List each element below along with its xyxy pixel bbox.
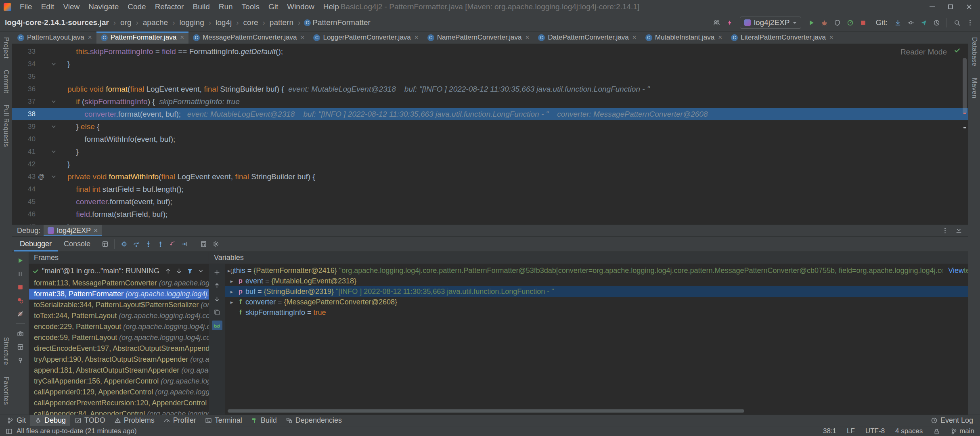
run-configuration-select[interactable]: log4j2EXP bbox=[740, 17, 802, 29]
menu-item-help[interactable]: Help bbox=[319, 1, 343, 13]
editor-gutter[interactable]: 44 bbox=[12, 183, 59, 195]
breadcrumb-item[interactable]: PatternFormatter bbox=[312, 18, 371, 27]
profiler-run-icon[interactable] bbox=[844, 17, 856, 29]
code-line-45[interactable]: 45 converter.format(event, buf); bbox=[12, 195, 968, 208]
menu-item-build[interactable]: Build bbox=[188, 1, 214, 13]
thread-dump-icon[interactable] bbox=[15, 329, 26, 338]
editor-gutter[interactable]: 38 bbox=[12, 108, 59, 120]
update-project-icon[interactable] bbox=[892, 17, 904, 29]
tool-stripe-structure[interactable]: Structure bbox=[2, 337, 10, 365]
expand-chevron-icon[interactable]: ▸ bbox=[228, 278, 236, 284]
stop-icon[interactable] bbox=[15, 283, 26, 291]
fold-marker-icon[interactable] bbox=[47, 120, 59, 133]
move-down-icon[interactable] bbox=[212, 294, 222, 304]
reader-mode-label[interactable]: Reader Mode bbox=[900, 48, 947, 57]
menu-item-refactor[interactable]: Refactor bbox=[151, 1, 188, 13]
editor-scrollbar[interactable] bbox=[963, 58, 967, 114]
search-icon[interactable] bbox=[951, 17, 963, 29]
caret-position[interactable]: 38:1 bbox=[823, 427, 836, 435]
users-icon[interactable] bbox=[711, 17, 723, 29]
git-branch-widget[interactable]: main bbox=[951, 427, 974, 435]
toolwindow-button-terminal[interactable]: Terminal bbox=[201, 415, 247, 426]
toolwindow-button-debug[interactable]: Debug bbox=[30, 415, 70, 426]
code-line-40[interactable]: 40 formatWithInfo(event, buf); bbox=[12, 133, 968, 145]
drop-frame-icon[interactable] bbox=[166, 238, 178, 250]
copy-icon[interactable] bbox=[212, 307, 222, 317]
tool-stripe-project[interactable]: Project bbox=[2, 37, 10, 59]
expand-chevron-icon[interactable]: ▸ bbox=[228, 289, 236, 295]
editor-tab[interactable]: CMessagePatternConverter.java× bbox=[188, 31, 309, 44]
fold-marker-icon[interactable] bbox=[47, 95, 59, 108]
editor-tab[interactable]: CNamePatternConverter.java× bbox=[423, 31, 534, 44]
menu-item-git[interactable]: Git bbox=[264, 1, 283, 13]
editor-gutter[interactable]: 46 bbox=[12, 208, 59, 220]
editor-gutter[interactable]: 41 bbox=[12, 145, 59, 158]
code-line-37[interactable]: 37 if (skipFormattingInfo) { skipFormatt… bbox=[12, 95, 968, 108]
variable-row-event[interactable]: ▸pevent = {MutableLogEvent@2318} bbox=[225, 276, 968, 286]
step-out-icon[interactable] bbox=[154, 238, 166, 250]
editor-tab[interactable]: CMutableInstant.java× bbox=[641, 31, 727, 44]
frame-row[interactable]: callAppenderPreventRecursion:120, Append… bbox=[29, 398, 209, 409]
editor-tab[interactable]: CPatternFormatter.java× bbox=[96, 31, 188, 44]
step-over-icon[interactable] bbox=[130, 238, 142, 250]
frame-row[interactable]: format:113, MessagePatternConverter (org… bbox=[29, 278, 209, 289]
editor-gutter[interactable]: 36 bbox=[12, 83, 59, 95]
editor-gutter[interactable]: 34 bbox=[12, 58, 59, 70]
breadcrumb-item[interactable]: core bbox=[243, 18, 259, 27]
file-encoding[interactable]: UTF-8 bbox=[865, 427, 885, 435]
close-button[interactable] bbox=[960, 0, 978, 14]
previous-frame-icon[interactable] bbox=[163, 266, 173, 276]
history-icon[interactable] bbox=[930, 17, 942, 29]
code-line-44[interactable]: 44 final int startField = buf.length(); bbox=[12, 183, 968, 195]
minimize-button[interactable] bbox=[923, 0, 941, 14]
tool-stripe-favorites[interactable]: Favorites bbox=[2, 377, 10, 405]
variables-horizontal-scrollbar[interactable] bbox=[228, 409, 744, 413]
editor-tab[interactable]: CPatternLayout.java× bbox=[13, 31, 96, 44]
menu-item-navigate[interactable]: Navigate bbox=[84, 1, 123, 13]
close-tab-icon[interactable]: × bbox=[632, 34, 637, 42]
line-separator[interactable]: LF bbox=[847, 427, 855, 435]
editor-tab[interactable]: CDatePatternConverter.java× bbox=[534, 31, 641, 44]
menu-item-code[interactable]: Code bbox=[123, 1, 150, 13]
code-line-39[interactable]: 39 } else { bbox=[12, 120, 968, 133]
code-editor[interactable]: 33 this.skipFormattingInfo = field == Fo… bbox=[12, 44, 968, 224]
stop-icon[interactable] bbox=[857, 17, 869, 29]
tool-stripe-commit[interactable]: Commit bbox=[2, 70, 10, 93]
variable-row-buf[interactable]: ▸pbuf = {StringBuilder@2319} "[INFO ] 20… bbox=[225, 286, 968, 297]
debug-bug-icon[interactable] bbox=[818, 17, 830, 29]
editor-gutter[interactable]: 35 bbox=[12, 70, 59, 83]
variable-row-converter[interactable]: ▸fconverter = {MessagePatternConverter@2… bbox=[225, 297, 968, 307]
frame-row[interactable]: callAppender0:129, AppenderControl (org.… bbox=[29, 387, 209, 398]
mute-breakpoints-icon[interactable] bbox=[15, 309, 26, 318]
settings-icon[interactable] bbox=[209, 238, 222, 250]
filter-icon[interactable] bbox=[185, 266, 195, 276]
tool-stripe-database[interactable]: Database bbox=[971, 37, 978, 67]
tool-stripe-maven[interactable]: Maven bbox=[971, 78, 978, 99]
frame-row[interactable]: callAppender:84, AppenderControl (org.ap… bbox=[29, 409, 209, 415]
toolwindow-button-todo[interactable]: TODO bbox=[70, 415, 110, 426]
breadcrumb-item[interactable]: apache bbox=[142, 18, 169, 27]
close-tab-icon[interactable]: × bbox=[829, 34, 833, 42]
code-line-41[interactable]: 41 } bbox=[12, 145, 968, 158]
editor-gutter[interactable]: 43@ bbox=[12, 170, 59, 183]
close-tab-icon[interactable]: × bbox=[526, 34, 530, 42]
push-icon[interactable] bbox=[917, 17, 930, 29]
debug-tab-debugger[interactable]: Debugger bbox=[14, 237, 58, 252]
code-line-34[interactable]: 34 } bbox=[12, 58, 968, 70]
view-breakpoints-icon[interactable] bbox=[15, 296, 26, 305]
more-vertical-icon[interactable] bbox=[964, 17, 976, 29]
pin-icon[interactable] bbox=[15, 356, 26, 365]
editor-gutter[interactable]: 33 bbox=[12, 45, 59, 58]
editor-gutter[interactable]: 37 bbox=[12, 95, 59, 108]
editor-gutter[interactable]: 42 bbox=[12, 158, 59, 170]
debug-tab-console[interactable]: Console bbox=[58, 237, 96, 252]
frame-row[interactable]: append:181, AbstractOutputStreamAppender… bbox=[29, 365, 209, 376]
thread-selector[interactable]: "main"@1 in gro..."main": RUNNING bbox=[29, 264, 209, 278]
indent-style[interactable]: 4 spaces bbox=[895, 427, 923, 435]
maximize-button[interactable] bbox=[941, 0, 960, 14]
toolwindow-button-problems[interactable]: Problems bbox=[110, 415, 159, 426]
editor-gutter[interactable]: 39 bbox=[12, 120, 59, 133]
menu-item-edit[interactable]: Edit bbox=[37, 1, 59, 13]
frame-row[interactable]: format:38, PatternFormatter (org.apache.… bbox=[29, 289, 209, 300]
fold-marker-icon[interactable] bbox=[47, 58, 59, 70]
